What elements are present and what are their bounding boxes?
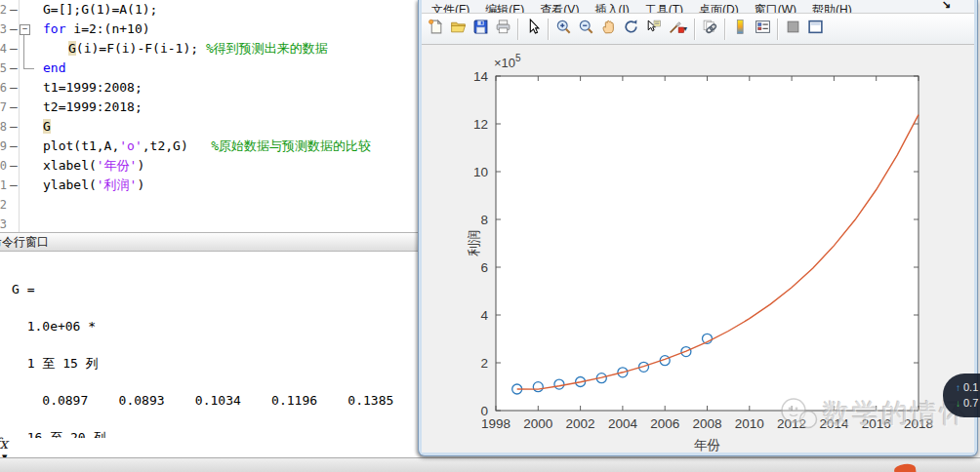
insert-legend-button[interactable] (752, 18, 774, 41)
plot-background (496, 76, 919, 411)
executable-line-marker: – (10, 137, 18, 156)
editor-line: 17–t2=1999:2018; (0, 98, 420, 117)
code-string: '年份' (97, 158, 138, 173)
code-plain: t1=1999:2008; (43, 80, 143, 95)
code-editor[interactable]: 12–G=[];G(1)=A(1);13–for i=2:(n+10)14–G(… (0, 0, 420, 232)
fold-rail (23, 35, 24, 68)
matlab-figure-window: 文件(F)编辑(E)查看(V)插入(I)工具(T)桌面(D)窗口(W)帮助(H)… (418, 0, 978, 456)
menu-V[interactable]: 查看(V) (532, 2, 587, 14)
y-tick-label: 6 (480, 260, 488, 275)
line-number: 16 (0, 78, 7, 98)
taskbar-strip[interactable] (0, 457, 980, 472)
new-file-button[interactable] (425, 18, 447, 41)
zoom-in-icon (555, 19, 572, 39)
line-number: 13 (0, 20, 7, 39)
code-comment: %得到预测出来的数据 (206, 41, 328, 56)
code-plain: xlabel( (43, 158, 97, 173)
insert-colorbar-button[interactable] (729, 18, 752, 41)
figure-toolbar: ▾ (422, 14, 974, 45)
x-tick-label: 2018 (904, 416, 933, 431)
figure-window-content: 文件(F)编辑(E)查看(V)插入(I)工具(T)桌面(D)窗口(W)帮助(H)… (422, 0, 974, 452)
code-comment: %原始数据与预测数据的比较 (211, 138, 371, 153)
fold-collapse-icon[interactable]: − (20, 24, 30, 35)
save-icon (472, 19, 489, 39)
menu-E[interactable]: 编辑(E) (477, 2, 532, 14)
rotate-3d-icon (623, 19, 639, 39)
executable-line-marker: – (10, 176, 18, 195)
insert-colorbar-icon (732, 19, 749, 39)
x-tick-label: 2012 (777, 416, 806, 431)
code-plain: G=[];G(1)=A(1); (43, 2, 157, 17)
executable-line-marker: – (10, 98, 18, 117)
command-window-header[interactable]: 命令行窗口 (0, 232, 420, 252)
menu-W[interactable]: 窗口(W) (747, 2, 804, 14)
code-text: ylabel('利润') (43, 176, 144, 195)
hide-plot-tools-button[interactable] (782, 18, 804, 41)
code-text: G (43, 117, 51, 137)
y-tick-label: 4 (480, 308, 488, 323)
figure-menubar: 文件(F)编辑(E)查看(V)插入(I)工具(T)桌面(D)窗口(W)帮助(H)… (422, 0, 974, 14)
menu-I[interactable]: 插入(I) (587, 2, 636, 14)
code-plain: i=2:(n+10) (65, 21, 149, 36)
menu-H[interactable]: 帮助(H) (804, 2, 860, 14)
code-string: '利润' (97, 177, 138, 192)
upload-speed-value: 0.1 (963, 381, 978, 393)
executable-line-marker: – (10, 156, 18, 176)
code-text: for i=2:(n+10) (43, 20, 150, 39)
line-number: 20 (0, 156, 7, 176)
new-file-icon (428, 19, 444, 39)
code-string: 'o' (119, 138, 142, 153)
dock-figure-icon[interactable]: ↘ (942, 0, 951, 11)
line-number: 19 (0, 137, 7, 156)
y-tick-label: 12 (473, 117, 488, 132)
line-number: 14 (0, 39, 7, 59)
data-cursor-icon (645, 19, 662, 39)
pointer-button[interactable] (522, 18, 545, 41)
editor-line: 15–end (0, 59, 420, 78)
code-plain: ) (137, 177, 144, 192)
plot: 1998200020022004200620082010201220142016… (422, 45, 974, 452)
zoom-out-icon (578, 19, 594, 39)
executable-line-marker: – (10, 117, 18, 137)
code-plain: ylabel( (43, 177, 97, 192)
x-tick-label: 2010 (735, 416, 764, 431)
zoom-in-button[interactable] (552, 18, 575, 41)
editor-line: 14–G(i)=F(i)-F(i-1); %得到预测出来的数据 (0, 39, 420, 59)
executable-line-marker: – (10, 0, 18, 20)
y-tick-label: 0 (480, 404, 488, 418)
x-tick-label: 2006 (650, 416, 679, 431)
brush-dropdown-icon[interactable]: ▾ (683, 24, 691, 33)
x-tick-label: 2002 (566, 416, 595, 431)
code-plain: (i)=F(i)-F(i-1); (76, 41, 206, 56)
code-text: G=[];G(1)=A(1); (43, 0, 157, 20)
data-cursor-button[interactable] (642, 18, 665, 41)
y-tick-label: 10 (473, 165, 488, 179)
save-button[interactable] (470, 18, 492, 41)
command-window-title: 命令行窗口 (0, 233, 49, 251)
editor-line: 19–plot(t1,A,'o',t2,G) %原始数据与预测数据的比较 (0, 137, 420, 156)
code-plain: plot(t1,A, (43, 138, 119, 153)
menu-T[interactable]: 工具(T) (637, 2, 691, 14)
open-file-button[interactable] (447, 18, 470, 41)
y-tick-label: 14 (473, 69, 489, 84)
link-plots-icon (702, 19, 718, 39)
brush-icon (668, 19, 684, 39)
pan-button[interactable] (597, 18, 620, 41)
x-tick-label: 2016 (862, 416, 891, 431)
fold-rail-foot (23, 68, 34, 69)
rotate-3d-button[interactable] (620, 18, 642, 41)
menu-F[interactable]: 文件(F) (424, 2, 477, 14)
figure-canvas: 1998200020022004200620082010201220142016… (422, 45, 974, 452)
taskbar-app-icon[interactable] (893, 463, 916, 472)
pan-icon (600, 19, 617, 39)
upload-speed-row: ↑0.1 (956, 379, 980, 395)
link-plots-button[interactable] (699, 18, 721, 41)
zoom-out-button[interactable] (575, 18, 597, 41)
command-window[interactable]: G = 1.0e+06 * 1 至 15 列 0.0897 0.0893 0.1… (0, 251, 420, 438)
x-tick-label: 2000 (523, 416, 552, 431)
menu-D[interactable]: 桌面(D) (691, 2, 747, 14)
dock-plot-tools-button[interactable] (804, 18, 827, 41)
network-speed-bubble[interactable]: ↑0.1 ↓0.7 (943, 374, 980, 417)
print-button[interactable] (492, 18, 514, 41)
highlighted-variable: G (43, 119, 51, 134)
